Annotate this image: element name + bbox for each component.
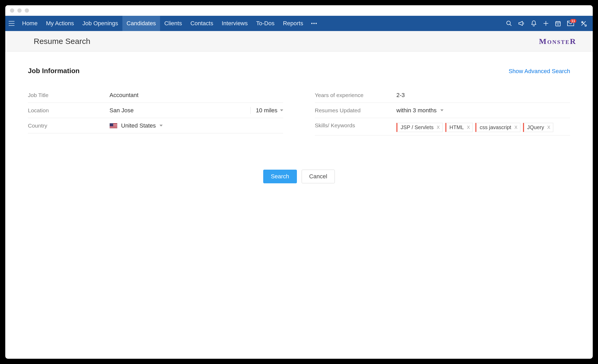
skills-label: Skills/ Keywords [315, 121, 396, 129]
mail-badge: 11 [570, 19, 576, 23]
chevron-down-icon [280, 109, 283, 111]
cancel-button[interactable]: Cancel [302, 170, 335, 183]
job-title-input[interactable] [109, 90, 283, 100]
years-experience-label: Years of experience [315, 92, 396, 98]
skill-tag-label: HTML [450, 124, 464, 130]
megaphone-icon[interactable] [518, 20, 525, 27]
search-button[interactable]: Search [263, 170, 297, 183]
nav-item-home[interactable]: Home [18, 16, 42, 31]
top-nav: HomeMy ActionsJob OpeningsCandidatesClie… [5, 16, 593, 31]
nav-item-clients[interactable]: Clients [160, 16, 186, 31]
skill-tag: HTMLX [445, 123, 473, 132]
us-flag-icon [109, 123, 117, 128]
chevron-down-icon [160, 125, 163, 127]
svg-point-1 [313, 23, 315, 24]
window-dot [25, 8, 29, 13]
browser-chrome [5, 5, 593, 16]
country-dropdown[interactable]: United States [109, 122, 163, 129]
bell-icon[interactable] [531, 20, 537, 27]
svg-point-3 [507, 21, 510, 25]
nav-item-candidates[interactable]: Candidates [122, 16, 160, 31]
chevron-down-icon [440, 109, 443, 111]
skill-tag-label: JSP / Servlets [401, 124, 433, 130]
years-experience-input[interactable] [396, 90, 570, 100]
nav-item-reports[interactable]: Reports [279, 16, 307, 31]
country-value: United States [121, 122, 156, 129]
remove-tag-icon[interactable]: X [467, 125, 470, 130]
skill-tag-label: JQuery [527, 124, 544, 130]
location-input[interactable] [109, 105, 249, 115]
radius-dropdown[interactable]: 10 miles [250, 107, 283, 114]
plus-icon[interactable] [543, 20, 549, 27]
section-heading: Job Information [28, 67, 79, 75]
svg-text:31: 31 [557, 23, 559, 26]
skills-input[interactable]: JSP / ServletsXHTMLXcss javascriptXJQuer… [396, 121, 570, 134]
window-dot [10, 8, 14, 13]
subheader: Resume Search MonsteR [5, 31, 593, 52]
nav-item-contacts[interactable]: Contacts [186, 16, 217, 31]
skill-tag: JQueryX [523, 123, 553, 132]
skill-tag-label: css javascript [480, 124, 511, 130]
nav-item-to-dos[interactable]: To-Dos [252, 16, 279, 31]
nav-item-interviews[interactable]: Interviews [217, 16, 252, 31]
remove-tag-icon[interactable]: X [437, 125, 440, 130]
nav-more-icon[interactable] [307, 16, 321, 31]
job-title-label: Job Title [28, 92, 109, 98]
country-label: Country [28, 123, 109, 129]
remove-tag-icon[interactable]: X [514, 125, 517, 130]
brand-logo: MonsteR [539, 37, 576, 46]
remove-tag-icon[interactable]: X [547, 125, 550, 130]
resumes-updated-dropdown[interactable]: within 3 months [396, 107, 443, 114]
window-dot [17, 8, 22, 13]
skill-tag: css javascriptX [475, 123, 520, 132]
nav-item-my-actions[interactable]: My Actions [42, 16, 78, 31]
skill-tag: JSP / ServletsX [396, 123, 443, 132]
resumes-updated-value: within 3 months [396, 107, 437, 114]
svg-point-2 [316, 23, 317, 24]
search-icon[interactable] [506, 20, 512, 27]
svg-point-0 [311, 23, 313, 24]
radius-value: 10 miles [256, 107, 277, 114]
hamburger-icon[interactable] [5, 16, 18, 31]
calendar-icon[interactable]: 31 [555, 20, 561, 27]
location-label: Location [28, 107, 109, 114]
page-title: Resume Search [34, 37, 90, 46]
tools-icon[interactable] [580, 20, 587, 27]
show-advanced-search-link[interactable]: Show Advanced Search [509, 68, 570, 75]
nav-item-job-openings[interactable]: Job Openings [78, 16, 122, 31]
mail-icon[interactable]: 11 [567, 21, 574, 26]
resumes-updated-label: Resumes Updated [315, 107, 396, 114]
